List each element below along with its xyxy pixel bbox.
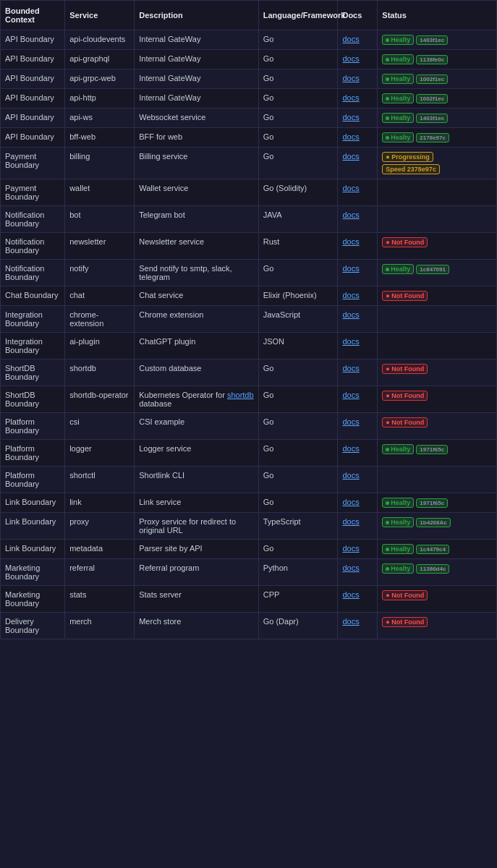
cell-service: shortctl <box>65 467 135 493</box>
docs-link[interactable]: docs <box>342 444 359 453</box>
cell-status <box>378 179 497 206</box>
docs-link[interactable]: docs <box>342 498 359 506</box>
table-row: Chat Boundary chat Chat service Elixir (… <box>1 286 497 306</box>
cell-docs[interactable]: docs <box>338 413 378 440</box>
docs-link[interactable]: docs <box>342 310 359 319</box>
cell-docs[interactable]: docs <box>338 386 378 413</box>
cell-service: csi <box>65 413 135 440</box>
cell-docs[interactable]: docs <box>338 559 378 586</box>
cell-description: Link service <box>135 493 259 513</box>
cell-service: chrome-extension <box>65 306 135 333</box>
cell-docs[interactable]: docs <box>338 467 378 493</box>
cell-docs[interactable]: docs <box>338 493 378 513</box>
status-badge-notfound: ● Not Found <box>382 291 428 301</box>
cell-status: Healty 1971f65c <box>378 493 497 513</box>
cell-status: Healty 1002f1ec <box>378 69 497 89</box>
status-badge-notfound: ● Not Found <box>382 391 428 401</box>
docs-link[interactable]: docs <box>342 210 359 219</box>
docs-link[interactable]: docs <box>342 264 359 273</box>
docs-link[interactable]: docs <box>342 93 359 102</box>
docs-link[interactable]: docs <box>342 113 359 122</box>
cell-docs[interactable]: docs <box>338 613 378 639</box>
cell-docs[interactable]: docs <box>338 233 378 260</box>
status-badge-notfound: ● Not Found <box>382 590 428 600</box>
cell-docs[interactable]: docs <box>338 128 378 148</box>
table-row: Link Boundary metadata Parser site by AP… <box>1 540 497 559</box>
table-row: Delivery Boundary merch Merch store Go (… <box>1 613 497 639</box>
docs-link[interactable]: docs <box>342 517 359 526</box>
docs-link[interactable]: docs <box>342 337 359 346</box>
status-badge-hash: 11386d4c <box>416 564 449 574</box>
cell-docs[interactable]: docs <box>338 540 378 559</box>
cell-docs[interactable]: docs <box>338 148 378 179</box>
cell-status: Healty 1403f1ec <box>378 30 497 50</box>
cell-language: JSON <box>258 333 338 359</box>
cell-docs[interactable]: docs <box>338 50 378 69</box>
cell-docs[interactable]: docs <box>338 69 378 89</box>
status-badge-healthy: Healty <box>382 544 414 554</box>
status-badge-healthy: Healty <box>382 498 414 508</box>
docs-link[interactable]: docs <box>342 417 359 426</box>
docs-link[interactable]: docs <box>342 291 359 299</box>
table-row: ShortDB Boundary shortdb Custom database… <box>1 359 497 386</box>
docs-link[interactable]: docs <box>342 152 359 161</box>
cell-status: Healty 1c847091 <box>378 260 497 286</box>
shortdb-link[interactable]: shortdb <box>227 391 254 399</box>
cell-language: Go <box>258 359 338 386</box>
docs-link[interactable]: docs <box>342 563 359 572</box>
table-row: Integration Boundary chrome-extension Ch… <box>1 306 497 333</box>
cell-language: JavaScript <box>258 306 338 333</box>
status-badge-notfound: ● Not Found <box>382 364 428 374</box>
cell-service: wallet <box>65 179 135 206</box>
cell-bounded: Marketing Boundary <box>1 559 65 586</box>
table-row: API Boundary api-http Internal GateWay G… <box>1 89 497 109</box>
cell-description: Kubernetes Operator for shortdb database <box>135 386 259 413</box>
status-badge-hash: 1002f1ec <box>416 75 448 84</box>
docs-link[interactable]: docs <box>342 471 359 480</box>
cell-docs[interactable]: docs <box>338 359 378 386</box>
header-language: Language/Framework <box>258 1 338 30</box>
cell-docs[interactable]: docs <box>338 306 378 333</box>
cell-docs[interactable]: docs <box>338 333 378 359</box>
cell-docs[interactable]: docs <box>338 89 378 109</box>
cell-docs[interactable]: docs <box>338 30 378 50</box>
docs-link[interactable]: docs <box>342 184 359 192</box>
cell-description: Internal GateWay <box>135 50 259 69</box>
cell-docs[interactable]: docs <box>338 179 378 206</box>
status-badge-notfound: ● Not Found <box>382 617 428 627</box>
docs-link[interactable]: docs <box>342 590 359 599</box>
cell-language: Go <box>258 89 338 109</box>
cell-status: Healty 2178e97c <box>378 128 497 148</box>
docs-link[interactable]: docs <box>342 54 359 63</box>
cell-description: Websocket service <box>135 109 259 128</box>
docs-link[interactable]: docs <box>342 35 359 43</box>
cell-bounded: API Boundary <box>1 69 65 89</box>
status-badge-speed: Speed 2378e97c <box>382 164 440 174</box>
cell-description: Merch store <box>135 613 259 639</box>
cell-docs[interactable]: docs <box>338 206 378 233</box>
cell-service: metadata <box>65 540 135 559</box>
docs-link[interactable]: docs <box>342 237 359 246</box>
docs-link[interactable]: docs <box>342 544 359 553</box>
cell-description: BFF for web <box>135 128 259 148</box>
docs-link[interactable]: docs <box>342 74 359 82</box>
cell-docs[interactable]: docs <box>338 513 378 540</box>
cell-status <box>378 306 497 333</box>
cell-service: link <box>65 493 135 513</box>
docs-link[interactable]: docs <box>342 391 359 399</box>
cell-docs[interactable]: docs <box>338 260 378 286</box>
docs-link[interactable]: docs <box>342 132 359 141</box>
cell-description: Chrome extension <box>135 306 259 333</box>
cell-docs[interactable]: docs <box>338 109 378 128</box>
docs-link[interactable]: docs <box>342 364 359 373</box>
cell-docs[interactable]: docs <box>338 586 378 613</box>
cell-docs[interactable]: docs <box>338 440 378 467</box>
header-service: Service <box>65 1 135 30</box>
cell-description: Telegram bot <box>135 206 259 233</box>
cell-docs[interactable]: docs <box>338 286 378 306</box>
status-badge-healthy: Healty <box>382 54 414 64</box>
docs-link[interactable]: docs <box>342 617 359 626</box>
status-badge-progressing: ● Progressing <box>382 152 433 162</box>
status-badge-healthy: Healty <box>382 74 414 84</box>
cell-description: Send notify to smtp, slack, telegram <box>135 260 259 286</box>
